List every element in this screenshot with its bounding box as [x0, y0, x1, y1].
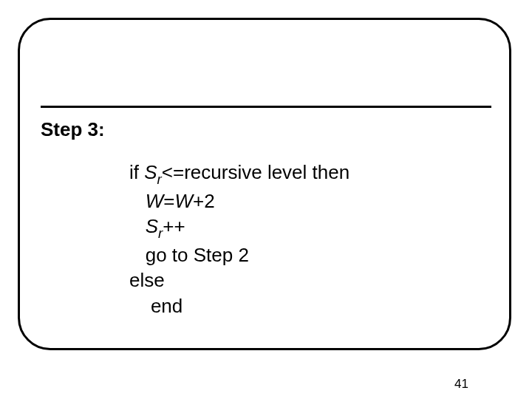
pseudocode-block: if Sr<=recursive level then W=W+2 Sr++ g… — [129, 160, 349, 318]
plus-two: +2 — [193, 190, 215, 212]
plusplus: ++ — [163, 215, 185, 237]
eq-sign: = — [163, 190, 174, 212]
else-keyword: else — [129, 269, 165, 291]
var-W1: W — [146, 190, 164, 212]
step-label: Step 3: — [41, 118, 105, 141]
sub-r: r — [157, 171, 162, 187]
title-divider — [41, 106, 491, 108]
code-line-incr: Sr++ — [129, 214, 349, 242]
code-line-else: else — [129, 267, 349, 293]
end-keyword: end — [151, 295, 183, 317]
code-line-if: if Sr<=recursive level then — [129, 160, 349, 188]
page-number: 41 — [454, 377, 468, 392]
code-line-goto: go to Step 2 — [129, 242, 349, 267]
code-line-end: end — [129, 293, 349, 318]
code-line-assign: W=W+2 — [129, 188, 349, 214]
sub-r2: r — [158, 225, 163, 241]
goto-text: go to Step 2 — [146, 244, 249, 266]
if-keyword: if — [129, 161, 144, 183]
var-S: S — [144, 161, 157, 183]
var-S2: S — [146, 215, 158, 237]
var-W2: W — [174, 190, 193, 212]
cond-rest: <=recursive level then — [162, 161, 349, 183]
